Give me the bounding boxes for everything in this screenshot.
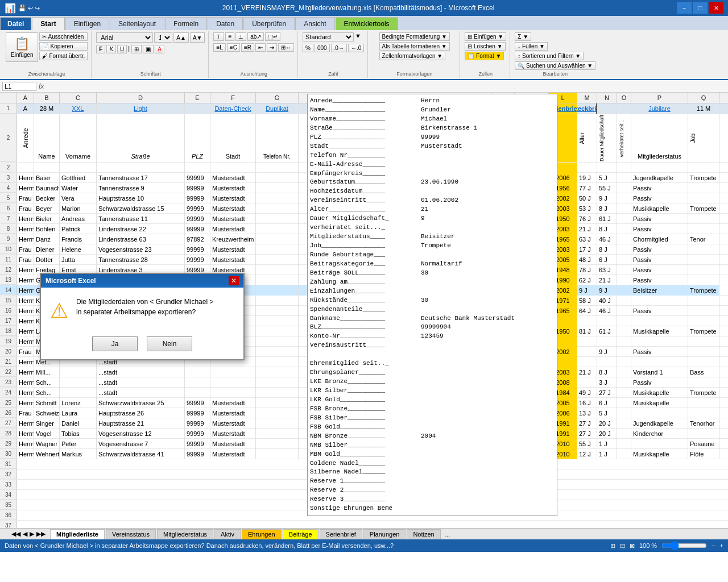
cell-A12[interactable]: Herrn [17, 265, 34, 275]
tab-nav-right[interactable]: ▶▶ [36, 530, 46, 538]
cell-A20[interactable]: Frau [17, 347, 34, 357]
cell-D6[interactable]: Schwarzwaldstrasse 15 [97, 203, 185, 214]
cell-L1-steck[interactable]: Steckbrief [577, 103, 597, 114]
cell-E26[interactable]: 99999 [185, 408, 210, 418]
cell-A16[interactable]: Herrn [17, 306, 34, 316]
cell-G5[interactable] [256, 193, 299, 203]
cell-C22[interactable] [60, 367, 97, 377]
cell-A29[interactable]: Herrn [17, 439, 34, 449]
cell-A6[interactable]: Frau [17, 203, 34, 214]
cell-B23[interactable]: Sch... [34, 377, 60, 388]
delete-cells-button[interactable]: ⊟ Löschen ▼ [465, 42, 505, 51]
cell-E9[interactable]: 97892 [185, 234, 210, 244]
cell-G14[interactable] [256, 285, 299, 296]
align-middle-button[interactable]: ≡ [225, 32, 234, 41]
tab-ueberpruefen[interactable]: Überprüfen [243, 17, 295, 30]
zoom-out-icon[interactable]: − [712, 542, 715, 549]
cell-B7[interactable]: Bieler [34, 214, 60, 224]
cell-E4[interactable]: 99999 [185, 183, 210, 193]
cell-B10[interactable]: Diener [34, 244, 60, 255]
cell-A14[interactable]: Herrn [17, 285, 34, 296]
cell-D1[interactable]: Light [97, 103, 185, 114]
cell-G23[interactable] [256, 377, 299, 388]
cell-E23[interactable] [185, 377, 210, 388]
page-layout-icon[interactable]: ⊟ [620, 542, 625, 550]
cell-D27[interactable]: Hauptstrasse 21 [97, 418, 185, 429]
cell-E28[interactable]: 99999 [185, 429, 210, 439]
cell-C6[interactable]: Marion [60, 203, 97, 214]
cell-A17[interactable]: Herrn [17, 316, 34, 326]
cell-G25[interactable] [256, 398, 299, 408]
col-P[interactable]: P [631, 93, 688, 103]
col-G[interactable]: G [256, 93, 299, 103]
sheet-tab-vereinsstatus[interactable]: Vereinsstatus [106, 529, 156, 539]
cell-A2[interactable] [17, 163, 34, 173]
cell-F24[interactable] [210, 388, 256, 398]
cell-G3[interactable] [256, 173, 299, 183]
align-bottom-button[interactable]: ⊥ [235, 32, 246, 41]
tab-seitenlayout[interactable]: Seitenlayout [110, 17, 164, 30]
font-name-select[interactable]: Arial [96, 32, 153, 43]
cell-B2[interactable] [34, 163, 60, 173]
cell-E25[interactable]: 99999 [185, 398, 210, 408]
cell-E2[interactable] [185, 163, 210, 173]
cell-A28[interactable]: Herrn [17, 429, 34, 439]
dialog-yes-button[interactable]: Ja [92, 336, 138, 351]
cell-A7[interactable]: Herrn [17, 214, 34, 224]
decimal-decrease-button[interactable]: ←.0 [348, 44, 364, 52]
cell-G26[interactable] [256, 408, 299, 418]
col-Q[interactable]: Q [688, 93, 719, 103]
cell-C24[interactable] [60, 388, 97, 398]
cell-D28[interactable]: Vogesenstrasse 12 [97, 429, 185, 439]
cell-C29[interactable]: Peter [60, 439, 97, 449]
cell-C27[interactable]: Daniel [60, 418, 97, 429]
cell-A11[interactable]: Frau [17, 255, 34, 265]
cell-G28[interactable] [256, 429, 299, 439]
cell-D2[interactable] [97, 163, 185, 173]
cell-D9[interactable]: Lindenstrasse 63 [97, 234, 185, 244]
cell-G19[interactable] [256, 336, 299, 347]
cell-A24[interactable]: Herrn [17, 388, 34, 398]
align-center-button[interactable]: ≡C [227, 43, 240, 52]
normal-view-icon[interactable]: ⊞ [610, 542, 615, 550]
cell-A5[interactable]: Frau [17, 193, 34, 203]
cell-styles-button[interactable]: Zellenformatvorlagen ▼ [379, 52, 446, 60]
thousands-button[interactable]: 000 [315, 44, 330, 52]
tab-daten[interactable]: Daten [208, 17, 243, 30]
cell-A21[interactable]: Herrn [17, 357, 34, 367]
cell-E27[interactable]: 99999 [185, 418, 210, 429]
cell-G4[interactable] [256, 183, 299, 193]
find-select-button[interactable]: 🔍 Suchen und Auswählen ▼ [515, 61, 595, 70]
tab-entwicklertools[interactable]: Entwicklertools [336, 17, 398, 30]
sheet-tab-serienbrief[interactable]: Serienbrief [320, 529, 362, 539]
cell-B28[interactable]: Vogel [34, 429, 60, 439]
cell-G6[interactable] [256, 203, 299, 214]
cell-O1[interactable]: Jubilare [631, 103, 688, 114]
sheet-tab-beitraege[interactable]: Beiträge [283, 529, 318, 539]
col-F[interactable]: F [210, 93, 256, 103]
cell-G11[interactable] [256, 255, 299, 265]
cell-F11[interactable]: Musterstadt [210, 255, 256, 265]
cell-A23[interactable]: Herrn [17, 377, 34, 388]
sheet-tab-aktiv[interactable]: Aktiv [214, 529, 241, 539]
copy-button[interactable]: 📄 Kopieren [39, 42, 88, 51]
cell-D30[interactable]: Schwarzwaldstrasse 41 [97, 449, 185, 459]
name-box[interactable] [2, 82, 36, 91]
cell-A27[interactable]: Herrn [17, 418, 34, 429]
cell-G12[interactable] [256, 265, 299, 275]
cell-G24[interactable] [256, 388, 299, 398]
cell-A15[interactable]: Herrn [17, 296, 34, 306]
cell-G13[interactable] [256, 275, 299, 285]
col-O[interactable]: O [617, 93, 631, 103]
cell-F26[interactable]: Musterstadt [210, 408, 256, 418]
cell-C11[interactable]: Jutta [60, 255, 97, 265]
cell-F4[interactable]: Musterstadt [210, 183, 256, 193]
cell-D22[interactable]: ...stadt [97, 367, 185, 377]
fill-button[interactable]: ↓ Füllen ▼ [515, 42, 548, 51]
cell-C2[interactable] [60, 163, 97, 173]
cell-A19[interactable]: Herrn [17, 336, 34, 347]
cell-B22[interactable]: Mill... [34, 367, 60, 377]
cell-D10[interactable]: Vogesenstrasse 23 [97, 244, 185, 255]
cell-C23[interactable] [60, 377, 97, 388]
cell-D3[interactable]: Tannenstrasse 17 [97, 173, 185, 183]
